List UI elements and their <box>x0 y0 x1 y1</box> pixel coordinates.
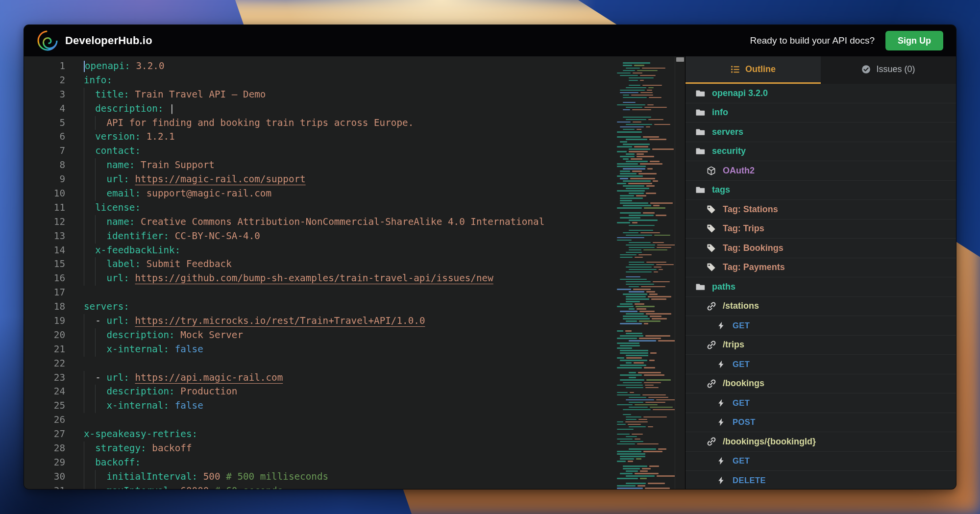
indent-guide <box>95 343 106 357</box>
code-line[interactable]: 25x-internal: false <box>24 399 685 413</box>
outline-item-get[interactable]: GET <box>686 452 956 471</box>
indent-guide <box>84 456 95 470</box>
code-link[interactable]: https://github.com/bump-sh-examples/trai… <box>135 272 493 284</box>
code-line[interactable]: 4description: | <box>24 102 685 116</box>
code-line[interactable]: 26 <box>24 413 685 427</box>
indent-guide <box>95 484 106 490</box>
code-line[interactable]: 12name: Creative Commons Attribution-Non… <box>24 215 685 229</box>
code-line[interactable]: 16url: https://github.com/bump-sh-exampl… <box>24 271 685 286</box>
line-number: 27 <box>24 427 65 441</box>
outline-item-label: Tag: Stations <box>723 204 778 215</box>
outline-item-bookings[interactable]: /bookings <box>686 374 956 394</box>
line-number: 2 <box>24 73 65 88</box>
code-line[interactable]: 15label: Submit Feedback <box>24 257 685 271</box>
code-line[interactable]: 21x-internal: false <box>24 343 685 357</box>
tag-icon <box>706 223 716 234</box>
code-line[interactable]: 24description: Production <box>24 385 685 399</box>
outline-item-stations[interactable]: /stations <box>686 297 956 317</box>
indent-guide <box>84 144 95 158</box>
tab-issues[interactable]: Issues (0) <box>821 56 956 84</box>
code-line[interactable]: 22 <box>24 357 685 371</box>
code-line[interactable]: 6version: 1.2.1 <box>24 130 685 144</box>
code-line[interactable]: 11license: <box>24 201 685 215</box>
outline-item-tag-stations[interactable]: Tag: Stations <box>686 200 956 220</box>
code-line[interactable]: 29backoff: <box>24 456 685 470</box>
outline-item-oauth2[interactable]: OAuth2 <box>686 161 956 181</box>
outline-item-get[interactable]: GET <box>686 316 956 336</box>
code-line[interactable]: 2info: <box>24 73 685 88</box>
outline-item-tag-trips[interactable]: Tag: Trips <box>686 220 956 239</box>
code-link[interactable]: https://magic-rail.com/support <box>135 173 305 185</box>
code-line[interactable]: 14x-feedbackLink: <box>24 244 685 258</box>
code-line[interactable]: 10email: support@magic-rail.com <box>24 187 685 201</box>
link-icon <box>706 437 716 447</box>
code-line[interactable]: 30initialInterval: 500 # 500 millisecond… <box>24 470 685 484</box>
outline-item-tag-bookings[interactable]: Tag: Bookings <box>686 239 956 258</box>
outline-item-label: tags <box>712 185 730 195</box>
signup-button[interactable]: Sign Up <box>885 31 943 50</box>
code-line[interactable]: 5API for finding and booking train trips… <box>24 116 685 130</box>
code-line[interactable]: 31maxInterval: 60000 # 60 seconds <box>24 484 685 490</box>
editor-minimap[interactable] <box>612 56 675 490</box>
line-number: 9 <box>24 172 65 187</box>
outline-item-info[interactable]: info <box>686 103 956 123</box>
code-line[interactable]: 8name: Train Support <box>24 158 685 172</box>
code-line[interactable]: 27x-speakeasy-retries: <box>24 427 685 441</box>
line-number: 3 <box>24 88 65 102</box>
indent-guide <box>95 399 106 413</box>
outline-item-tags[interactable]: tags <box>686 181 956 200</box>
indent-guide <box>84 371 95 385</box>
outline-item-security[interactable]: security <box>686 142 956 162</box>
code-line[interactable]: 18servers: <box>24 300 685 314</box>
editor-scrollbar[interactable] <box>675 56 685 490</box>
indent-guide <box>84 399 95 413</box>
line-number: 13 <box>24 229 65 244</box>
code-line[interactable]: 20description: Mock Server <box>24 328 685 343</box>
code-editor[interactable]: 1openapi: 3.2.02info:3title: Train Trave… <box>24 56 685 490</box>
code-line[interactable]: 23- url: https://api.magic-rail.com <box>24 371 685 385</box>
code-line[interactable]: 28strategy: backoff <box>24 441 685 456</box>
code-line[interactable]: 7contact: <box>24 144 685 158</box>
line-number: 20 <box>24 328 65 343</box>
line-number: 29 <box>24 456 65 470</box>
outline-item-bookings-bookingid[interactable]: /bookings/{bookingId} <box>686 432 956 452</box>
bolt-icon <box>716 417 726 427</box>
code-line[interactable]: 9url: https://magic-rail.com/support <box>24 172 685 187</box>
indent-guide <box>84 244 95 258</box>
indent-guide <box>84 385 95 399</box>
main-content: 1openapi: 3.2.02info:3title: Train Trave… <box>24 56 956 490</box>
outline-item-servers[interactable]: servers <box>686 122 956 142</box>
line-number: 5 <box>24 116 65 130</box>
outline-item-label: /trips <box>723 340 744 350</box>
line-number: 22 <box>24 357 65 371</box>
outline-item-delete[interactable]: DELETE <box>686 471 956 490</box>
scrollbar-thumb[interactable] <box>676 57 684 62</box>
code-line[interactable]: 3title: Train Travel API – Demo <box>24 88 685 102</box>
tag-icon <box>706 262 716 272</box>
indent-guide <box>84 484 95 490</box>
outline-item-label: info <box>712 107 728 118</box>
code-link[interactable]: https://try.microcks.io/rest/Train+Trave… <box>135 315 425 326</box>
code-line[interactable]: 17 <box>24 286 685 300</box>
code-line[interactable]: 13identifier: CC-BY-NC-SA-4.0 <box>24 229 685 244</box>
cube-icon <box>706 166 716 176</box>
tab-outline[interactable]: Outline <box>686 56 821 84</box>
outline-item-paths[interactable]: paths <box>686 277 956 297</box>
code-link[interactable]: https://api.magic-rail.com <box>135 372 283 383</box>
outline-item-get[interactable]: GET <box>686 393 956 413</box>
outline-item-trips[interactable]: /trips <box>686 336 956 355</box>
brand-title: DeveloperHub.io <box>65 34 152 47</box>
brand-logo-icon <box>37 30 58 51</box>
indent-guide <box>84 187 95 201</box>
code-line[interactable]: 19- url: https://try.microcks.io/rest/Tr… <box>24 314 685 328</box>
outline-item-label: openapi 3.2.0 <box>712 88 768 98</box>
folder-icon <box>695 127 706 137</box>
indent-guide <box>95 385 106 399</box>
outline-item-post[interactable]: POST <box>686 413 956 433</box>
outline-item-get[interactable]: GET <box>686 355 956 374</box>
indent-guide <box>95 229 106 244</box>
code-line[interactable]: 1openapi: 3.2.0 <box>24 59 685 73</box>
outline-item-tag-payments[interactable]: Tag: Payments <box>686 258 956 278</box>
indent-guide <box>84 257 95 271</box>
outline-item-openapi-3-2-0[interactable]: openapi 3.2.0 <box>686 84 956 103</box>
